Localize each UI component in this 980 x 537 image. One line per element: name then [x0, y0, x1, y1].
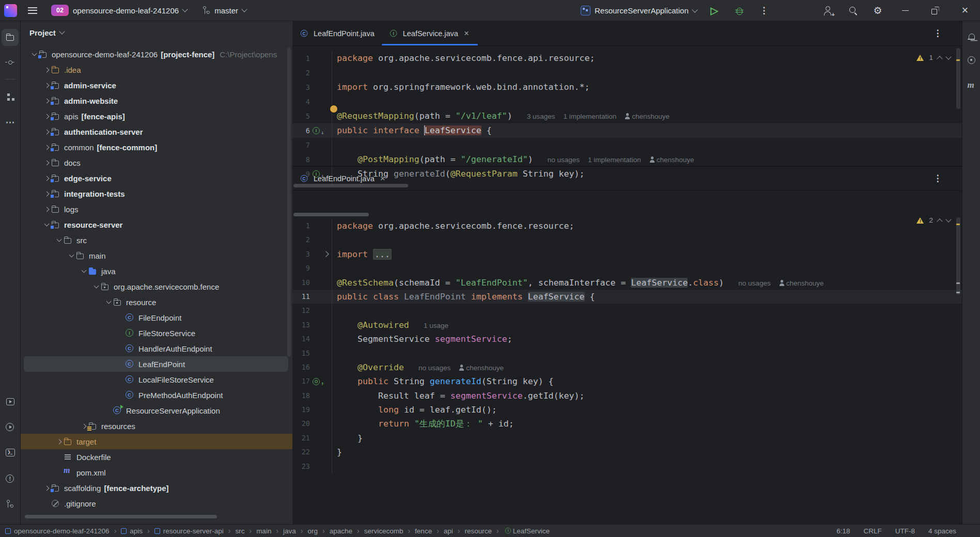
- chevron-down-icon[interactable]: [104, 302, 113, 303]
- breadcrumb-item-org[interactable]: org: [308, 527, 330, 535]
- tree-item-leafendpoint[interactable]: LeafEndPoint: [24, 356, 288, 372]
- gutter[interactable]: [310, 80, 332, 94]
- tree-item-org-apache-servicecomb-fence[interactable]: org.apache.servicecomb.fence: [21, 279, 292, 294]
- tree-item-resource[interactable]: resource: [21, 294, 292, 310]
- inline-hint[interactable]: no usages: [418, 364, 450, 372]
- line-number[interactable]: 19: [292, 403, 310, 417]
- breadcrumb-item-servicecomb[interactable]: servicecomb: [364, 527, 415, 535]
- gutter[interactable]: [310, 276, 332, 290]
- intention-bulb-icon[interactable]: [330, 105, 337, 113]
- line-number[interactable]: 5: [292, 109, 310, 123]
- file-encoding[interactable]: UTF-8: [895, 527, 915, 535]
- implemented-icon[interactable]: [313, 127, 320, 134]
- next-warning-button[interactable]: [945, 216, 951, 222]
- chevron-down-icon[interactable]: [92, 286, 100, 288]
- tree-item-docs[interactable]: docs: [21, 155, 292, 170]
- line-number[interactable]: 17: [292, 374, 310, 388]
- gutter[interactable]: [310, 445, 332, 459]
- close-tab-icon[interactable]: [379, 175, 387, 183]
- line-number[interactable]: 9: [292, 261, 310, 275]
- code-line-18[interactable]: 18 Result leaf = segmentService.getId(ke…: [292, 389, 962, 403]
- project-panel-header[interactable]: Project: [21, 21, 292, 44]
- tree-item-resourceserverapplication[interactable]: ResourceServerApplication: [21, 403, 292, 418]
- editor-bottom-horizontal-scrollbar[interactable]: [293, 213, 369, 216]
- inline-hint[interactable]: chenshouye: [459, 364, 504, 372]
- restore-button[interactable]: [920, 0, 950, 21]
- breadcrumb-item-fence[interactable]: fence: [415, 527, 444, 535]
- code-line-16[interactable]: 16 @Overrideno usageschenshouye: [292, 360, 962, 374]
- breadcrumb-item-leafservice[interactable]: LeafService: [504, 526, 550, 535]
- toolbar-button-maven[interactable]: [963, 78, 980, 96]
- code-line-5[interactable]: 5@RequestMapping(path = "/v1/leaf")3 usa…: [292, 109, 962, 123]
- code-line-1[interactable]: 1package org.apache.servicecomb.fence.ap…: [292, 51, 962, 66]
- code-line-8[interactable]: 8 @PostMapping(path = "/generateId")no u…: [292, 152, 962, 167]
- gutter[interactable]: [310, 290, 332, 304]
- code-line-22[interactable]: 22}: [292, 445, 962, 459]
- line-number[interactable]: 22: [292, 445, 310, 459]
- gutter[interactable]: [310, 233, 332, 247]
- toolbar-button-commit[interactable]: [2, 54, 19, 71]
- line-number[interactable]: 3: [292, 80, 310, 94]
- tree-item-fileendpoint[interactable]: FileEndpoint: [21, 310, 292, 325]
- code-line-17[interactable]: 17 public String generateId(String key) …: [292, 374, 962, 388]
- inline-hint[interactable]: chenshouye: [625, 113, 670, 120]
- gutter[interactable]: [310, 94, 332, 109]
- chevron-right-icon[interactable]: [55, 440, 63, 444]
- inline-hint[interactable]: 1 usage: [424, 322, 448, 329]
- tree-item-localfilestoreservice[interactable]: LocalFileStoreService: [21, 372, 292, 387]
- line-number[interactable]: 11: [292, 290, 310, 304]
- toolbar-button-terminal[interactable]: [2, 444, 19, 461]
- editor-top[interactable]: 1package org.apache.servicecomb.fence.ap…: [292, 46, 962, 186]
- chevron-down-icon[interactable]: [55, 240, 63, 241]
- code-line-21[interactable]: 21 }: [292, 431, 962, 445]
- code-line-19[interactable]: 19 long id = leaf.getId();: [292, 403, 962, 417]
- stripe-mark[interactable]: [956, 292, 960, 293]
- tree-item-pom-xml[interactable]: pom.xml: [21, 465, 292, 480]
- tree-item-src[interactable]: src: [21, 232, 292, 248]
- breadcrumb-item-apis[interactable]: apis: [121, 527, 154, 535]
- tree-item-filestoreservice[interactable]: FileStoreService: [21, 325, 292, 341]
- gutter[interactable]: [310, 318, 332, 332]
- editor-top-inspections-widget[interactable]: 1: [916, 54, 951, 61]
- editor-bottom-inspections-widget[interactable]: 2: [916, 216, 951, 224]
- tree-item-main[interactable]: main: [21, 248, 292, 263]
- toolbar-button-structure[interactable]: [2, 88, 19, 105]
- gutter[interactable]: [310, 403, 332, 417]
- line-number[interactable]: 23: [292, 460, 310, 473]
- tree-item-edge-service[interactable]: edge-service: [21, 170, 292, 186]
- line-number[interactable]: 2: [292, 233, 310, 247]
- more-run-actions-button[interactable]: [754, 3, 774, 19]
- line-number[interactable]: 10: [292, 276, 310, 290]
- gutter[interactable]: [310, 304, 332, 318]
- inline-hint[interactable]: 1 implementation: [564, 113, 617, 120]
- line-number[interactable]: 20: [292, 417, 310, 431]
- toolbar-button-notifications[interactable]: [963, 29, 980, 46]
- chevron-right-icon[interactable]: [42, 161, 51, 165]
- tree-item-java[interactable]: java: [21, 263, 292, 279]
- toolbar-button-run[interactable]: [2, 419, 19, 436]
- code-line-23[interactable]: 23: [292, 460, 962, 473]
- gutter[interactable]: [310, 389, 332, 403]
- code-line-2[interactable]: 2: [292, 233, 962, 247]
- tree-item-opensource-demo-leaf-241206[interactable]: opensource-demo-leaf-241206[project-fenc…: [21, 46, 292, 62]
- breadcrumb-item-apache[interactable]: apache: [330, 527, 364, 535]
- warning-stripe-mark[interactable]: [956, 59, 960, 61]
- fold-chevron-icon[interactable]: [323, 251, 329, 257]
- editor-top-options-button[interactable]: [931, 26, 944, 40]
- line-number[interactable]: 14: [292, 332, 310, 346]
- line-number[interactable]: 6: [292, 123, 310, 138]
- gutter[interactable]: [310, 417, 332, 431]
- editor-bottom-options-button[interactable]: [931, 171, 944, 185]
- gutter[interactable]: [310, 346, 332, 360]
- line-number[interactable]: 18: [292, 389, 310, 403]
- inline-hint[interactable]: no usages: [738, 279, 770, 287]
- line-number[interactable]: 21: [292, 431, 310, 445]
- code-line-3[interactable]: 3import org.springframework.web.bind.ann…: [292, 80, 962, 94]
- line-number[interactable]: 4: [292, 94, 310, 109]
- toolbar-button-problems[interactable]: [2, 470, 19, 487]
- tree-item-logs[interactable]: logs: [21, 201, 292, 217]
- breadcrumb-item-resource[interactable]: resource: [465, 527, 504, 535]
- line-number[interactable]: 13: [292, 318, 310, 332]
- tree-item-scaffolding[interactable]: scaffolding[fence-archetype]: [21, 480, 292, 496]
- gutter[interactable]: [310, 261, 332, 275]
